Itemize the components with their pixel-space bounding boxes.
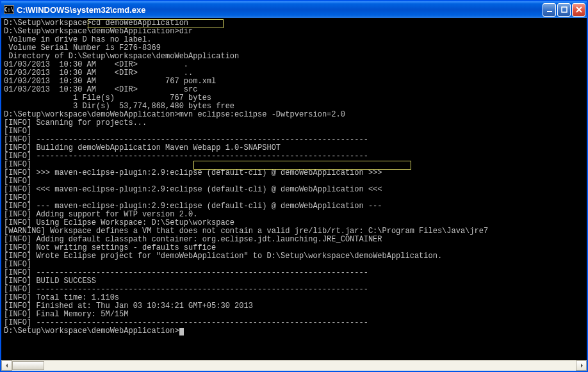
console-line: [INFO] Scanning for projects...	[4, 119, 584, 127]
console-line: [INFO] Wrote Eclipse project for "demoWe…	[4, 252, 584, 261]
window-controls	[543, 3, 585, 17]
close-button[interactable]	[572, 3, 585, 17]
scroll-right-button[interactable]	[576, 360, 587, 371]
console-line: [INFO] >>> maven-eclipse-plugin:2.9:ecli…	[4, 169, 584, 177]
title-bar[interactable]: C:\ C:\WINDOWS\system32\cmd.exe	[1, 1, 587, 18]
console-line: [INFO] <<< maven-eclipse-plugin:2.9:ecli…	[4, 186, 584, 194]
console-output: D:\Setup\workspace>cd demoWebApplication…	[1, 18, 587, 337]
svg-rect-1	[562, 7, 567, 12]
minimize-button[interactable]	[543, 3, 556, 17]
console-line: [INFO] ---------------------------------…	[4, 152, 584, 161]
console-area[interactable]: D:\Setup\workspace>cd demoWebApplication…	[1, 18, 587, 360]
svg-rect-0	[547, 11, 552, 12]
cursor	[179, 328, 184, 336]
scroll-left-button[interactable]	[1, 360, 12, 371]
maximize-button[interactable]	[557, 3, 571, 17]
window-title: C:\WINDOWS\system32\cmd.exe	[17, 5, 543, 15]
scroll-track[interactable]	[12, 360, 576, 371]
horizontal-scrollbar[interactable]	[1, 360, 587, 371]
cmd-window: C:\ C:\WINDOWS\system32\cmd.exe D:\Setup…	[0, 0, 588, 372]
scroll-thumb[interactable]	[12, 361, 44, 370]
console-line: D:\Setup\workspace\demoWebApplication>	[4, 327, 584, 336]
cmd-icon: C:\	[4, 5, 14, 14]
